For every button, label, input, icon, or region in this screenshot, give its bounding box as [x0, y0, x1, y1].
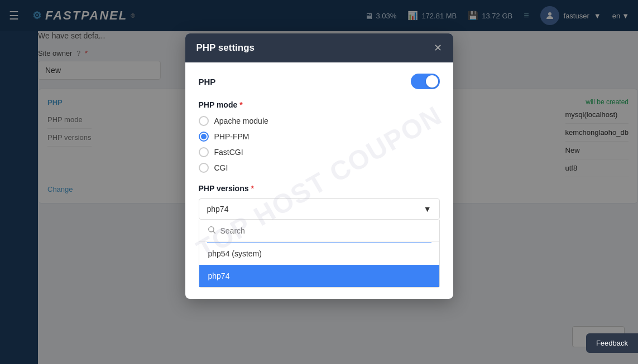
php-mode-radio-group: Apache module PHP-FPM FastCGI CGI: [199, 116, 440, 173]
radio-circle-phpfpm: [199, 132, 209, 142]
modal-overlay: TOP HOST COUPON PHP settings ✕ PHP PHP m…: [0, 0, 638, 364]
feedback-button[interactable]: Feedback: [586, 333, 638, 353]
php-toggle[interactable]: [411, 74, 440, 89]
search-input[interactable]: [220, 226, 431, 235]
selected-version-label: php74: [207, 205, 229, 213]
dialog-header: PHP settings ✕: [185, 33, 453, 62]
radio-php-fpm[interactable]: PHP-FPM: [199, 132, 440, 142]
php-versions-section-label: PHP versions *: [199, 184, 440, 193]
svg-line-2: [213, 231, 215, 234]
php-settings-dialog: PHP settings ✕ PHP PHP mode * Apache mod…: [185, 33, 453, 299]
dropdown-item-php74[interactable]: php74: [199, 265, 439, 287]
dropdown-search-box: [199, 220, 439, 242]
svg-point-1: [208, 227, 213, 232]
select-arrow-icon: ▼: [424, 205, 431, 213]
php-version-select[interactable]: php74 ▼: [199, 198, 440, 220]
radio-circle-cgi: [199, 163, 209, 173]
dialog-body: PHP PHP mode * Apache module PHP-FPM: [185, 62, 453, 299]
radio-fastcgi[interactable]: FastCGI: [199, 147, 440, 157]
radio-circle-fastcgi: [199, 147, 209, 157]
dropdown-item-php54[interactable]: php54 (system): [199, 242, 439, 265]
php-main-label: PHP: [199, 77, 216, 86]
php-version-dropdown: php54 (system) php74: [199, 220, 440, 288]
search-icon: [207, 225, 216, 236]
php-mode-section-label: PHP mode *: [199, 100, 440, 109]
radio-apache-module[interactable]: Apache module: [199, 116, 440, 126]
php-toggle-row: PHP: [199, 74, 440, 89]
dialog-close-button[interactable]: ✕: [434, 43, 442, 53]
radio-cgi[interactable]: CGI: [199, 163, 440, 173]
radio-circle-apache: [199, 116, 209, 126]
dialog-title: PHP settings: [196, 42, 255, 54]
